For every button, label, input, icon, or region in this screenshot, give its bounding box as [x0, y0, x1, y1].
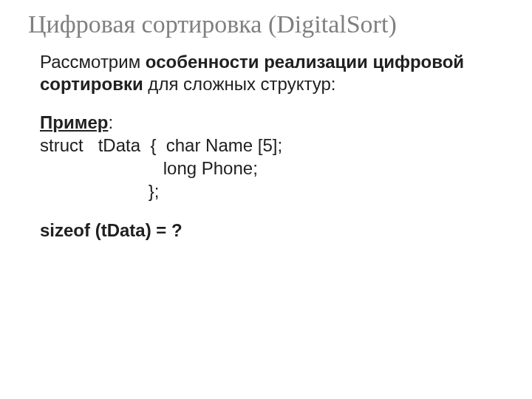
- code-line-3: };: [40, 180, 492, 202]
- code-line-1: struct tData { char Name [5];: [40, 134, 492, 156]
- intro-paragraph: Рассмотрим особенности реализации цифров…: [40, 51, 492, 95]
- slide: Цифровая сортировка (DigitalSort) Рассмо…: [0, 0, 532, 399]
- example-colon: :: [108, 112, 113, 132]
- example-label: Пример: [40, 112, 108, 132]
- example-block: Пример: struct tData { char Name [5]; lo…: [40, 112, 492, 202]
- code-line-2: long Phone;: [40, 157, 492, 179]
- sizeof-question: sizeof (tData) = ?: [40, 220, 492, 241]
- intro-prefix: Рассмотрим: [40, 52, 146, 72]
- slide-title: Цифровая сортировка (DigitalSort): [28, 10, 504, 38]
- slide-body: Рассмотрим особенности реализации цифров…: [28, 51, 504, 240]
- intro-suffix: для сложных структур:: [143, 74, 336, 94]
